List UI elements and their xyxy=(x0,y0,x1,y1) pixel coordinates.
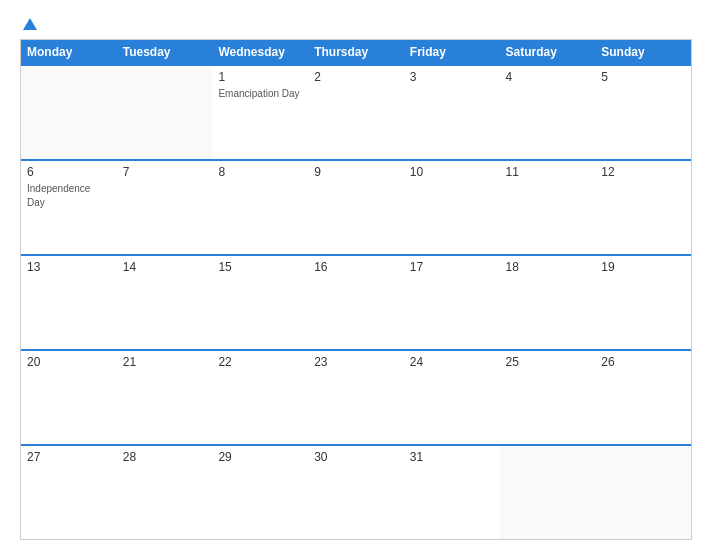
calendar-row-4: 2728293031 xyxy=(21,444,691,539)
calendar-cell: 15 xyxy=(212,256,308,349)
logo-blue-text xyxy=(20,18,37,31)
day-number: 5 xyxy=(601,70,685,84)
calendar-cell: 11 xyxy=(500,161,596,254)
header-day-wednesday: Wednesday xyxy=(212,40,308,64)
calendar-row-2: 13141516171819 xyxy=(21,254,691,349)
header-day-tuesday: Tuesday xyxy=(117,40,213,64)
day-number: 6 xyxy=(27,165,111,179)
calendar-cell: 21 xyxy=(117,351,213,444)
calendar-cell xyxy=(21,66,117,159)
day-number: 23 xyxy=(314,355,398,369)
day-number: 4 xyxy=(506,70,590,84)
calendar-page: MondayTuesdayWednesdayThursdayFridaySatu… xyxy=(0,0,712,550)
calendar-cell: 3 xyxy=(404,66,500,159)
calendar-cell: 19 xyxy=(595,256,691,349)
calendar-cell: 20 xyxy=(21,351,117,444)
calendar-cell: 2 xyxy=(308,66,404,159)
day-number: 2 xyxy=(314,70,398,84)
calendar-cell: 14 xyxy=(117,256,213,349)
logo-triangle-icon xyxy=(23,18,37,30)
calendar-cell xyxy=(500,446,596,539)
calendar-header: MondayTuesdayWednesdayThursdayFridaySatu… xyxy=(21,40,691,64)
day-number: 19 xyxy=(601,260,685,274)
day-number: 24 xyxy=(410,355,494,369)
header-day-sunday: Sunday xyxy=(595,40,691,64)
day-number: 9 xyxy=(314,165,398,179)
calendar-cell: 6Independence Day xyxy=(21,161,117,254)
calendar-cell: 4 xyxy=(500,66,596,159)
logo xyxy=(20,18,37,31)
calendar-cell: 26 xyxy=(595,351,691,444)
day-number: 27 xyxy=(27,450,111,464)
calendar-body: 1Emancipation Day23456Independence Day78… xyxy=(21,64,691,539)
day-number: 11 xyxy=(506,165,590,179)
calendar-cell xyxy=(595,446,691,539)
day-number: 25 xyxy=(506,355,590,369)
calendar-cell: 27 xyxy=(21,446,117,539)
day-number: 13 xyxy=(27,260,111,274)
day-number: 3 xyxy=(410,70,494,84)
calendar-cell: 12 xyxy=(595,161,691,254)
header-day-saturday: Saturday xyxy=(500,40,596,64)
header xyxy=(20,18,692,31)
calendar-cell: 22 xyxy=(212,351,308,444)
header-day-thursday: Thursday xyxy=(308,40,404,64)
day-number: 30 xyxy=(314,450,398,464)
calendar-cell: 28 xyxy=(117,446,213,539)
calendar-grid: MondayTuesdayWednesdayThursdayFridaySatu… xyxy=(20,39,692,540)
calendar-cell: 29 xyxy=(212,446,308,539)
day-number: 14 xyxy=(123,260,207,274)
calendar-cell: 16 xyxy=(308,256,404,349)
calendar-cell: 17 xyxy=(404,256,500,349)
day-number: 20 xyxy=(27,355,111,369)
day-number: 22 xyxy=(218,355,302,369)
day-number: 10 xyxy=(410,165,494,179)
day-event: Emancipation Day xyxy=(218,88,299,99)
day-number: 21 xyxy=(123,355,207,369)
day-number: 7 xyxy=(123,165,207,179)
calendar-cell xyxy=(117,66,213,159)
day-number: 26 xyxy=(601,355,685,369)
day-number: 1 xyxy=(218,70,302,84)
calendar-cell: 5 xyxy=(595,66,691,159)
calendar-cell: 10 xyxy=(404,161,500,254)
day-number: 18 xyxy=(506,260,590,274)
calendar-cell: 18 xyxy=(500,256,596,349)
day-number: 16 xyxy=(314,260,398,274)
calendar-cell: 30 xyxy=(308,446,404,539)
header-day-monday: Monday xyxy=(21,40,117,64)
day-number: 28 xyxy=(123,450,207,464)
calendar-cell: 13 xyxy=(21,256,117,349)
day-number: 17 xyxy=(410,260,494,274)
calendar-cell: 8 xyxy=(212,161,308,254)
calendar-cell: 25 xyxy=(500,351,596,444)
calendar-row-1: 6Independence Day789101112 xyxy=(21,159,691,254)
calendar-cell: 1Emancipation Day xyxy=(212,66,308,159)
calendar-row-3: 20212223242526 xyxy=(21,349,691,444)
day-number: 12 xyxy=(601,165,685,179)
day-number: 29 xyxy=(218,450,302,464)
calendar-cell: 23 xyxy=(308,351,404,444)
calendar-cell: 24 xyxy=(404,351,500,444)
header-day-friday: Friday xyxy=(404,40,500,64)
day-number: 31 xyxy=(410,450,494,464)
calendar-row-0: 1Emancipation Day2345 xyxy=(21,64,691,159)
calendar-cell: 7 xyxy=(117,161,213,254)
day-number: 15 xyxy=(218,260,302,274)
day-event: Independence Day xyxy=(27,183,90,208)
day-number: 8 xyxy=(218,165,302,179)
calendar-cell: 9 xyxy=(308,161,404,254)
calendar-cell: 31 xyxy=(404,446,500,539)
